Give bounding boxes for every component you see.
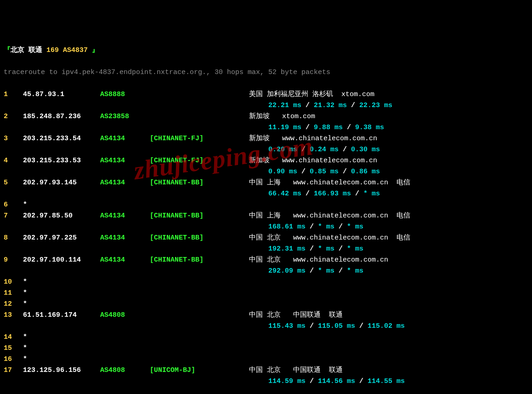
- hop-ip: 61.51.169.174: [23, 310, 100, 321]
- rtt-separator: /: [301, 190, 314, 198]
- hop-number: 17: [4, 365, 23, 376]
- rtt-value: * ms: [347, 267, 363, 275]
- hop-row: 16*: [4, 354, 528, 365]
- rtt-value: 66.42 ms: [268, 190, 301, 198]
- header-city: 北京: [11, 46, 24, 54]
- hop-row: 7202.97.85.50AS4134[CHINANET-BB]中国 上海 ww…: [4, 211, 528, 222]
- hop-rtt: 168.61 ms / * ms / * ms: [4, 222, 528, 233]
- hop-ip: 203.215.233.54: [23, 133, 100, 144]
- hop-ip: 202.97.97.225: [23, 233, 100, 244]
- rtt-value: 9.38 ms: [355, 124, 384, 131]
- hop-rtt: 114.59 ms / 114.56 ms / 114.55 ms: [4, 376, 528, 387]
- hop-netname: [CHINANET-BB]: [150, 211, 249, 222]
- hop-row: 14*: [4, 332, 528, 343]
- rtt-separator: /: [339, 146, 351, 154]
- hop-row: 4203.215.233.53AS4134[CHINANET-FJ]新加坡 ww…: [4, 155, 528, 166]
- hop-row: 145.87.93.1AS8888美国 加利福尼亚州 洛杉矶 xtom.com: [4, 89, 528, 100]
- hop-ip: 202.97.93.145: [23, 177, 100, 188]
- hop-netname: [CHINANET-BB]: [150, 177, 249, 188]
- hop-row: 2185.248.87.236AS23858新加坡 xtom.com: [4, 111, 528, 122]
- hop-location: 新加坡 www.chinatelecom.com.cn: [249, 155, 377, 166]
- hop-row: 12*: [4, 299, 528, 310]
- hop-number: 9: [4, 255, 23, 266]
- rtt-separator: /: [355, 377, 368, 385]
- hop-number: 11: [4, 288, 23, 299]
- bracket-open: 『: [4, 46, 11, 54]
- hop-ip: *: [23, 354, 100, 365]
- rtt-value: 0.90 ms: [268, 168, 297, 176]
- rtt-separator: /: [306, 322, 318, 330]
- hop-number: 13: [4, 310, 23, 321]
- hop-number: 3: [4, 133, 23, 144]
- rtt-value: * ms: [347, 245, 363, 253]
- header-asn-num: 169: [46, 46, 59, 54]
- hop-ip: 123.125.96.156: [23, 365, 100, 376]
- rtt-value: * ms: [318, 223, 334, 231]
- hop-asn: AS4134: [100, 133, 150, 144]
- rtt-value: 22.21 ms: [268, 102, 301, 109]
- hop-rtt: 192.31 ms / * ms / * ms: [4, 244, 528, 255]
- rtt-value: 0.86 ms: [351, 168, 380, 176]
- hop-asn: AS8888: [100, 89, 150, 100]
- rtt-value: 292.09 ms: [268, 267, 306, 275]
- hop-asn: AS4134: [100, 177, 150, 188]
- hop-netname: [CHINANET-BB]: [150, 255, 249, 266]
- rtt-value: * ms: [318, 267, 334, 275]
- hop-location: 中国 上海 www.chinatelecom.com.cn 电信: [249, 177, 410, 188]
- hop-netname: [CHINANET-BB]: [150, 233, 249, 244]
- rtt-value: 0.20 ms: [268, 146, 297, 154]
- rtt-value: 115.43 ms: [268, 322, 306, 330]
- rtt-value: 0.30 ms: [351, 146, 380, 154]
- hop-rtt: 11.19 ms / 9.88 ms / 9.38 ms: [4, 122, 528, 133]
- hop-ip: 202.97.100.114: [23, 255, 100, 266]
- hop-rtt: 0.90 ms / 0.85 ms / 0.86 ms: [4, 166, 528, 177]
- rtt-separator: /: [306, 267, 318, 275]
- rtt-value: 11.19 ms: [268, 124, 301, 131]
- hop-row: 8202.97.97.225AS4134[CHINANET-BB]中国 北京 w…: [4, 233, 528, 244]
- hop-row: 5202.97.93.145AS4134[CHINANET-BB]中国 上海 w…: [4, 177, 528, 188]
- hop-row: 10*: [4, 277, 528, 288]
- rtt-value: 0.24 ms: [310, 146, 339, 154]
- command-line: traceroute to ipv4.pek-4837.endpoint.nxt…: [4, 67, 528, 78]
- hop-number: 12: [4, 299, 23, 310]
- hop-row: 3203.215.233.54AS4134[CHINANET-FJ]新加坡 ww…: [4, 133, 528, 144]
- rtt-separator: /: [339, 168, 351, 176]
- hop-ip: *: [23, 343, 100, 354]
- hops-list: 145.87.93.1AS8888美国 加利福尼亚州 洛杉矶 xtom.com2…: [4, 89, 528, 387]
- hop-number: 1: [4, 89, 23, 100]
- hop-rtt: 0.20 ms / 0.24 ms / 0.30 ms: [4, 144, 528, 155]
- hop-asn: AS4134: [100, 211, 150, 222]
- hop-asn: AS4134: [100, 155, 150, 166]
- hop-asn: AS4134: [100, 255, 150, 266]
- hop-row: 6*: [4, 200, 528, 211]
- rtt-separator: /: [334, 245, 347, 253]
- hop-ip: *: [23, 277, 100, 288]
- hop-ip: *: [23, 299, 100, 310]
- rtt-separator: /: [334, 267, 347, 275]
- hop-number: 10: [4, 277, 23, 288]
- hop-number: 7: [4, 211, 23, 222]
- rtt-separator: /: [301, 102, 314, 109]
- hop-number: 15: [4, 343, 23, 354]
- hop-asn: AS4808: [100, 365, 150, 376]
- rtt-value: 115.05 ms: [318, 322, 355, 330]
- hop-location: 中国 北京 中国联通 联通: [249, 365, 343, 376]
- rtt-separator: /: [355, 322, 368, 330]
- rtt-value: * ms: [363, 190, 380, 198]
- rtt-separator: /: [297, 146, 310, 154]
- rtt-value: 168.61 ms: [268, 223, 306, 231]
- rtt-separator: /: [306, 223, 318, 231]
- hop-number: 6: [4, 200, 23, 211]
- hop-asn: AS23858: [100, 111, 150, 122]
- hop-row: 9202.97.100.114AS4134[CHINANET-BB]中国 北京 …: [4, 255, 528, 266]
- rtt-value: 166.93 ms: [314, 190, 351, 198]
- rtt-value: 114.59 ms: [268, 377, 306, 385]
- hop-location: 中国 北京 www.chinatelecom.com.cn: [249, 255, 388, 266]
- hop-number: 16: [4, 354, 23, 365]
- hop-row: 11*: [4, 288, 528, 299]
- header-asn-label: AS4837: [63, 46, 88, 54]
- hop-ip: *: [23, 200, 100, 211]
- hop-ip: 203.215.233.53: [23, 155, 100, 166]
- hop-ip: *: [23, 288, 100, 299]
- header-isp: 联通: [28, 46, 42, 54]
